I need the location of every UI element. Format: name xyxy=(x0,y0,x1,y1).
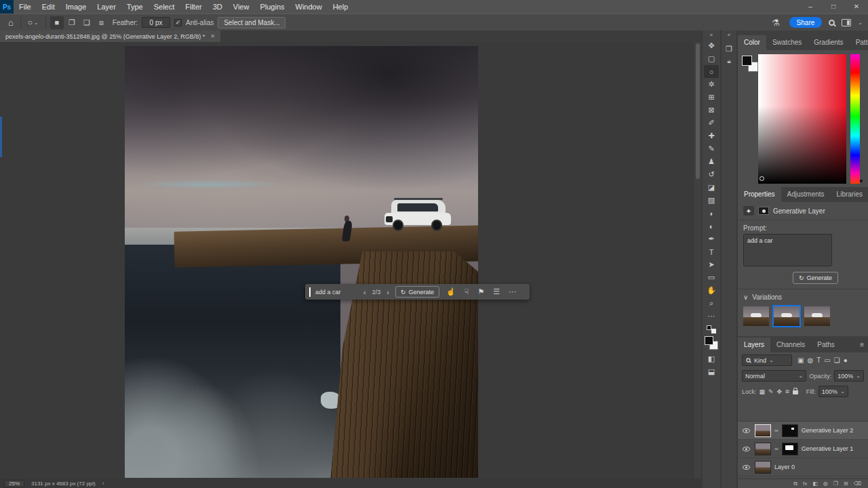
menu-file[interactable]: File xyxy=(14,0,37,14)
history-brush-tool[interactable]: ↺ xyxy=(704,168,719,181)
layer-thumbnail[interactable] xyxy=(755,424,771,437)
layer-row-layer-0[interactable]: Layer 0 xyxy=(738,458,868,476)
close-tab-icon[interactable]: ✕ xyxy=(210,33,215,39)
add-mask-icon[interactable]: ◧ xyxy=(812,481,818,487)
layer-thumbnail[interactable] xyxy=(755,443,771,455)
new-selection-mode-button[interactable]: ■ xyxy=(50,16,64,29)
status-options-chevron[interactable]: › xyxy=(102,480,104,487)
magic-wand-tool[interactable]: ✲ xyxy=(704,78,719,91)
share-button[interactable]: Share xyxy=(789,17,823,28)
color-picker-marker[interactable] xyxy=(760,176,764,181)
subtract-selection-mode-button[interactable]: ❏ xyxy=(80,16,94,29)
menu-image[interactable]: Image xyxy=(60,0,92,14)
workspace-switcher-icon[interactable] xyxy=(842,19,851,26)
foreground-color-swatch[interactable] xyxy=(742,56,752,66)
tab-properties[interactable]: Properties xyxy=(738,187,781,202)
frame-tool[interactable]: ⊠ xyxy=(704,104,719,117)
prompt-input[interactable]: add a car xyxy=(315,289,357,296)
screen-mode-button[interactable]: ⬓ xyxy=(704,365,719,378)
filter-smart-objects-icon[interactable]: ❏ xyxy=(834,357,840,364)
foreground-background-swatches[interactable] xyxy=(742,56,758,72)
hue-slider[interactable] xyxy=(850,54,860,184)
comments-panel-icon[interactable]: ❝ xyxy=(727,59,731,68)
menu-layer[interactable]: Layer xyxy=(92,0,121,14)
new-group-icon[interactable]: ❐ xyxy=(833,481,838,487)
variation-thumbnail-2-selected[interactable] xyxy=(772,305,801,327)
crop-tool[interactable]: ⊞ xyxy=(704,91,719,104)
prompt-textarea[interactable]: add a car xyxy=(743,234,832,266)
more-tools-icon[interactable]: ⋯ xyxy=(704,310,719,323)
antialias-checkbox[interactable]: ✓ xyxy=(174,19,182,26)
menu-edit[interactable]: Edit xyxy=(37,0,60,14)
visibility-toggle[interactable] xyxy=(741,447,751,451)
feather-input[interactable]: 0 px xyxy=(142,17,170,28)
eyedropper-tool[interactable]: ✐ xyxy=(704,117,719,129)
scrollbar-thumb[interactable] xyxy=(696,43,700,179)
layer-effects-icon[interactable]: fx xyxy=(803,481,807,487)
tab-paths[interactable]: Paths xyxy=(811,338,841,352)
more-options-icon[interactable]: ⋯ xyxy=(507,287,518,296)
menu-3d[interactable]: 3D xyxy=(208,0,228,14)
menu-plugins[interactable]: Plugins xyxy=(254,0,290,14)
layer-thumbnail[interactable] xyxy=(755,461,771,474)
lock-transparency-icon[interactable]: ▦ xyxy=(760,388,766,395)
search-icon[interactable] xyxy=(829,20,835,26)
thumbs-up-icon[interactable]: ☝ xyxy=(444,287,458,296)
lock-position-icon[interactable]: ✥ xyxy=(777,388,783,395)
beaker-icon[interactable]: ⚗ xyxy=(769,18,783,28)
layer-row-generative-layer-2[interactable]: ∞ Generative Layer 2 xyxy=(738,422,868,440)
document-tab[interactable]: pexels-angelo-duranti-3512848.jpg @ 25% … xyxy=(0,30,220,42)
shape-tool[interactable]: ▭ xyxy=(704,271,719,284)
menu-type[interactable]: Type xyxy=(121,0,149,14)
marquee-tool[interactable]: ▢ xyxy=(704,52,719,65)
link-layers-icon[interactable]: ⧉ xyxy=(793,481,797,487)
chevron-down-icon[interactable]: ⌄ xyxy=(858,20,863,26)
path-select-tool[interactable]: ➤ xyxy=(704,258,719,271)
filter-type-layers-icon[interactable]: T xyxy=(816,357,821,364)
saturation-brightness-picker[interactable] xyxy=(758,54,846,184)
delete-layer-icon[interactable]: ⌫ xyxy=(854,481,861,487)
filter-toggle-icon[interactable]: ● xyxy=(844,357,848,364)
maximize-button[interactable]: □ xyxy=(822,0,845,14)
clone-stamp-tool[interactable]: ♟ xyxy=(704,155,719,168)
filter-kind-select[interactable]: Kind ⌄ xyxy=(742,354,792,366)
blend-mode-select[interactable]: Normal ⌄ xyxy=(742,370,806,382)
quick-mask-button[interactable]: ◧ xyxy=(704,352,719,365)
history-panel-icon[interactable]: ❐ xyxy=(726,45,732,54)
visibility-toggle[interactable] xyxy=(741,465,751,470)
intersect-selection-mode-button[interactable]: ⧈ xyxy=(95,16,108,29)
canvas-vertical-scrollbar[interactable] xyxy=(694,42,701,479)
gradient-tool[interactable]: ▨ xyxy=(704,194,719,207)
lasso-tool[interactable]: ○ xyxy=(704,65,719,78)
variation-thumbnail-1[interactable] xyxy=(742,305,770,327)
tab-swatches[interactable]: Swatches xyxy=(766,35,808,50)
layer-name[interactable]: Generative Layer 2 xyxy=(802,427,854,434)
select-and-mask-button[interactable]: Select and Mask... xyxy=(218,17,285,28)
previous-variation-button[interactable]: ‹ xyxy=(362,288,368,296)
lock-pixels-icon[interactable]: ✎ xyxy=(768,388,774,395)
filter-pixel-layers-icon[interactable]: ▣ xyxy=(797,357,804,364)
tab-gradients[interactable]: Gradients xyxy=(808,35,849,50)
layer-row-generative-layer-1[interactable]: ∞ Generative Layer 1 xyxy=(738,440,868,458)
menu-window[interactable]: Window xyxy=(290,0,328,14)
new-layer-icon[interactable]: ⊞ xyxy=(844,481,848,487)
variations-header[interactable]: ∨ Variations xyxy=(743,293,782,301)
lock-artboard-icon[interactable]: ⧈ xyxy=(785,388,789,395)
eraser-tool[interactable]: ◪ xyxy=(704,181,719,194)
brush-tool[interactable]: ✎ xyxy=(704,142,719,155)
menu-filter[interactable]: Filter xyxy=(180,0,207,14)
tab-adjustments[interactable]: Adjustments xyxy=(781,187,831,202)
foreground-background-swatches[interactable] xyxy=(704,336,719,350)
zoom-tool[interactable]: ⌕ xyxy=(704,297,719,310)
foreground-color-swatch[interactable] xyxy=(705,336,713,345)
add-selection-mode-button[interactable]: ❐ xyxy=(65,16,79,29)
menu-view[interactable]: View xyxy=(228,0,255,14)
tab-layers[interactable]: Layers xyxy=(738,338,770,352)
menu-help[interactable]: Help xyxy=(328,0,354,14)
tab-libraries[interactable]: Libraries xyxy=(831,187,868,202)
dodge-tool[interactable]: ◐ xyxy=(704,220,719,232)
layer-mask-thumbnail[interactable] xyxy=(782,424,798,437)
active-tool-preview[interactable]: ○ ⌄ xyxy=(25,18,41,27)
adjustment-layer-icon[interactable]: ◍ xyxy=(823,481,828,487)
settings-sliders-icon[interactable]: ☰ xyxy=(491,287,502,296)
